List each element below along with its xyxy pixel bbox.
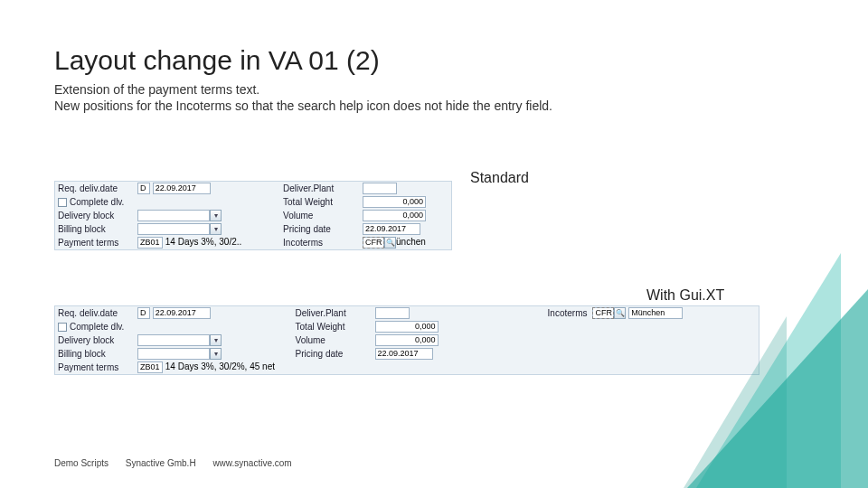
field-delivery-block[interactable] — [137, 334, 210, 346]
lbl-deliver-plant: Deliver.Plant — [293, 306, 373, 320]
row-billing-block: Billing block ▾ Pricing date 22.09.2017 — [55, 222, 451, 236]
row-billing-block: Billing block ▾ Pricing date 22.09.2017 — [55, 347, 759, 361]
text-payterms-desc: 14 Days 3%, 30/2.. — [165, 237, 242, 247]
field-total-weight[interactable]: 0,000 — [363, 196, 426, 208]
field-payterms-code[interactable]: ZB01 — [137, 237, 163, 249]
field-req-date[interactable]: 22.09.2017 — [153, 183, 211, 194]
lbl-payment-terms: Payment terms — [55, 236, 135, 249]
footer-demo-scripts: Demo Scripts — [54, 458, 108, 468]
field-volume[interactable]: 0,000 — [363, 210, 426, 221]
lbl-complete-dlv: Complete dlv. — [70, 322, 124, 332]
search-help-icon[interactable]: 🔍 — [384, 237, 396, 249]
checkbox-complete-dlv[interactable] — [58, 323, 67, 332]
field-volume[interactable]: 0,000 — [375, 334, 439, 346]
checkbox-complete-dlv[interactable] — [58, 198, 67, 207]
field-payterms-code[interactable]: ZB01 — [137, 361, 163, 373]
deco-triangle — [687, 289, 868, 488]
lbl-incoterms: Incoterms — [494, 306, 590, 320]
footer-url: www.synactive.com — [212, 458, 291, 468]
field-billing-block[interactable] — [137, 223, 210, 235]
lbl-incoterms: Incoterms — [280, 236, 360, 249]
lbl-total-weight: Total Weight — [280, 195, 360, 209]
field-incoterms-code[interactable]: CFR — [363, 237, 384, 249]
subtitle-line-2: New positions for the Incoterms so that … — [54, 98, 814, 114]
lbl-pricing-date: Pricing date — [280, 222, 360, 236]
dropdown-icon[interactable]: ▾ — [210, 210, 222, 221]
dropdown-icon[interactable]: ▾ — [210, 334, 222, 346]
lbl-delivery-block: Delivery block — [55, 333, 135, 347]
field-incoterms-loc[interactable]: München — [628, 307, 683, 319]
sap-panel-standard: Req. deliv.date D 22.09.2017 Deliver.Pla… — [54, 181, 452, 250]
footer: Demo Scripts Synactive Gmb.H www.synacti… — [54, 458, 307, 468]
row-payment-terms: Payment terms ZB01 14 Days 3%, 30/2%, 45… — [55, 361, 759, 374]
dropdown-icon[interactable]: ▾ — [210, 223, 222, 235]
sap-panel-guixt: Req. deliv.date D 22.09.2017 Deliver.Pla… — [54, 305, 760, 375]
field-incoterms-code[interactable]: CFR — [592, 307, 614, 319]
row-req-deliv-date: Req. deliv.date D 22.09.2017 Deliver.Pla… — [55, 306, 759, 320]
lbl-volume: Volume — [293, 333, 373, 347]
row-payment-terms: Payment terms ZB01 14 Days 3%, 30/2.. In… — [55, 236, 451, 249]
lbl-payment-terms: Payment terms — [55, 361, 135, 374]
dropdown-icon[interactable]: ▾ — [210, 348, 222, 360]
lbl-deliver-plant: Deliver.Plant — [280, 182, 360, 195]
lbl-delivery-block: Delivery block — [55, 209, 135, 222]
row-delivery-block: Delivery block ▾ Volume 0,000 — [55, 209, 451, 222]
field-total-weight[interactable]: 0,000 — [375, 321, 439, 333]
row-delivery-block: Delivery block ▾ Volume 0,000 — [55, 333, 759, 347]
field-billing-block[interactable] — [137, 348, 210, 360]
footer-company: Synactive Gmb.H — [126, 458, 196, 468]
row-req-deliv-date: Req. deliv.date D 22.09.2017 Deliver.Pla… — [55, 182, 451, 195]
slide: Layout change in VA 01 (2) Extension of … — [0, 0, 868, 488]
field-deliver-plant[interactable] — [363, 183, 397, 194]
lbl-complete-dlv: Complete dlv. — [70, 197, 124, 207]
lbl-total-weight: Total Weight — [293, 320, 373, 333]
slide-subtitle: Extension of the payment terms text. New… — [54, 81, 814, 114]
label-standard: Standard — [470, 170, 529, 186]
lbl-volume: Volume — [280, 209, 360, 222]
field-deliver-plant[interactable] — [375, 307, 410, 319]
text-incoterms-loc-cut: ünchen — [396, 237, 426, 247]
lbl-billing-block: Billing block — [55, 347, 135, 361]
field-req-date[interactable]: 22.09.2017 — [153, 307, 211, 319]
field-pricing-date[interactable]: 22.09.2017 — [375, 348, 433, 360]
row-complete-dlv: Complete dlv. Total Weight 0,000 — [55, 320, 759, 333]
lbl-pricing-date: Pricing date — [293, 347, 373, 361]
search-help-icon[interactable]: 🔍 — [614, 307, 626, 319]
text-payterms-desc-full: 14 Days 3%, 30/2%, 45 net — [165, 361, 275, 371]
lbl-billing-block: Billing block — [55, 222, 135, 236]
field-date-type[interactable]: D — [137, 183, 150, 194]
field-delivery-block[interactable] — [137, 210, 210, 221]
field-date-type[interactable]: D — [137, 307, 150, 319]
field-pricing-date[interactable]: 22.09.2017 — [363, 223, 420, 235]
subtitle-line-1: Extension of the payment terms text. — [54, 81, 814, 98]
lbl-req-deliv-date: Req. deliv.date — [55, 306, 135, 320]
lbl-req-deliv-date: Req. deliv.date — [55, 182, 135, 195]
slide-title: Layout change in VA 01 (2) — [54, 45, 814, 76]
row-complete-dlv: Complete dlv. Total Weight 0,000 — [55, 195, 451, 209]
